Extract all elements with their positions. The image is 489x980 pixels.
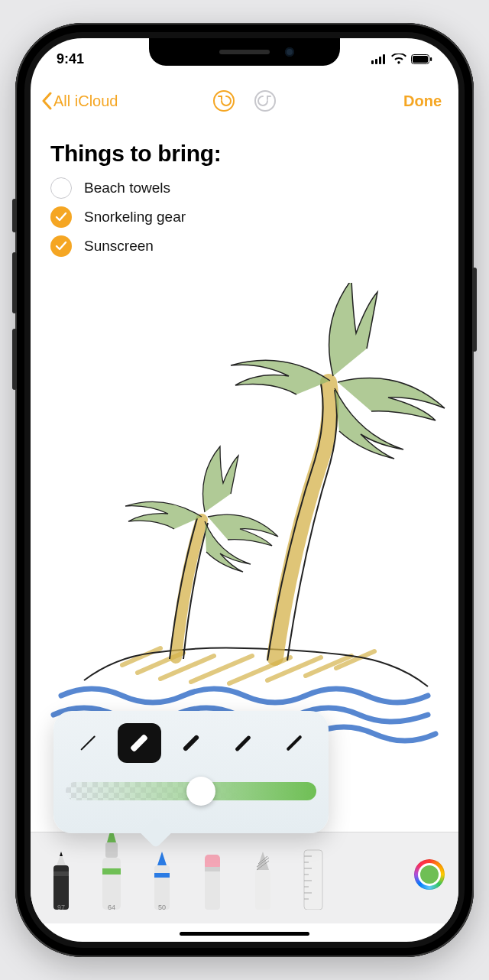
tool-label: 50	[158, 904, 166, 911]
svg-rect-12	[102, 868, 121, 875]
redo-button[interactable]	[254, 89, 277, 112]
home-indicator[interactable]	[180, 932, 309, 936]
checkbox-checked[interactable]	[50, 235, 72, 257]
status-time: 9:41	[57, 51, 84, 67]
brush-size-option-1[interactable]	[66, 723, 110, 763]
color-picker-button[interactable]	[414, 859, 445, 890]
markup-tool-tray: 97 64	[31, 832, 458, 923]
checklist-label: Beach towels	[84, 180, 170, 196]
undo-icon	[212, 89, 235, 112]
brush-size-option-4[interactable]	[221, 723, 265, 763]
svg-rect-11	[102, 858, 121, 910]
checklist-item[interactable]: Sunscreen	[50, 235, 439, 257]
navigation-bar: All iCloud Done	[31, 80, 458, 122]
eraser-tool[interactable]	[196, 839, 229, 910]
redo-icon	[254, 89, 277, 112]
svg-rect-23	[304, 850, 322, 910]
svg-rect-1	[375, 59, 377, 64]
tool-label: 97	[57, 904, 65, 911]
svg-rect-16	[205, 868, 220, 910]
brush-size-row	[66, 723, 316, 763]
done-button[interactable]: Done	[403, 92, 442, 110]
svg-rect-5	[413, 56, 428, 63]
cellular-icon	[371, 54, 387, 64]
svg-rect-19	[255, 870, 270, 910]
svg-rect-10	[53, 871, 69, 876]
pencil-tool[interactable]: 50	[145, 839, 179, 910]
ruler-tool[interactable]	[296, 839, 330, 910]
brush-size-option-5[interactable]	[272, 723, 316, 763]
svg-rect-0	[371, 60, 374, 64]
device-notch	[149, 38, 340, 66]
checkmark-icon	[55, 241, 67, 251]
lasso-tool[interactable]	[246, 839, 280, 910]
pen-tool[interactable]: 97	[44, 839, 78, 910]
svg-rect-2	[379, 57, 381, 64]
back-label: All iCloud	[53, 92, 118, 110]
undo-button[interactable]	[212, 89, 235, 112]
svg-rect-3	[383, 54, 385, 64]
wifi-icon	[391, 54, 406, 64]
note-title: Things to bring:	[50, 141, 439, 167]
svg-rect-6	[430, 57, 432, 61]
checklist-item[interactable]: Beach towels	[50, 177, 439, 199]
tool-label: 64	[108, 904, 115, 911]
chevron-left-icon	[41, 92, 52, 110]
marker-tool[interactable]: 64	[95, 827, 128, 910]
checkbox-unchecked[interactable]	[50, 177, 72, 199]
svg-rect-18	[205, 867, 220, 871]
brush-settings-popup	[53, 711, 329, 833]
checklist-item[interactable]: Snorkeling gear	[50, 206, 439, 228]
opacity-slider[interactable]	[66, 778, 316, 804]
brush-size-option-2[interactable]	[118, 723, 162, 763]
checklist-label: Sunscreen	[84, 238, 154, 255]
checkmark-icon	[55, 212, 67, 222]
svg-rect-13	[105, 842, 118, 858]
slider-thumb[interactable]	[186, 777, 215, 806]
checklist-label: Snorkeling gear	[84, 209, 186, 226]
battery-icon	[411, 54, 432, 64]
back-button[interactable]: All iCloud	[41, 92, 118, 110]
checkbox-checked[interactable]	[50, 206, 72, 228]
brush-size-option-3[interactable]	[169, 723, 213, 763]
svg-rect-15	[154, 873, 170, 878]
